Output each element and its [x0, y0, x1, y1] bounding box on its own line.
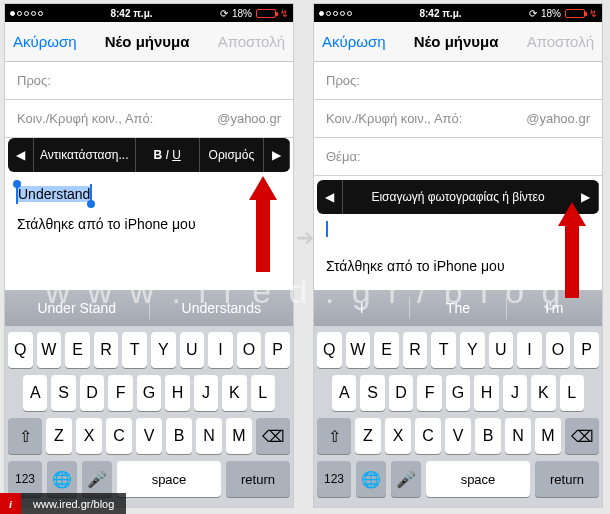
key-f[interactable]: F — [417, 375, 441, 411]
key-z[interactable]: Z — [355, 418, 381, 454]
key-b[interactable]: B — [475, 418, 501, 454]
annotation-arrow — [564, 202, 580, 298]
key-c[interactable]: C — [415, 418, 441, 454]
key-p[interactable]: P — [265, 332, 290, 368]
ctx-prev-button[interactable]: ◀ — [317, 180, 343, 214]
key-t[interactable]: T — [122, 332, 147, 368]
key-x[interactable]: X — [385, 418, 411, 454]
key-e[interactable]: E — [65, 332, 90, 368]
key-return[interactable]: return — [226, 461, 290, 497]
selection-handle-left[interactable] — [13, 180, 21, 188]
key-123[interactable]: 123 — [317, 461, 351, 497]
key-mic[interactable]: 🎤 — [391, 461, 421, 497]
nav-bar: Ακύρωση Νέο μήνυμα Αποστολή — [5, 22, 293, 62]
key-d[interactable]: D — [389, 375, 413, 411]
key-r[interactable]: R — [403, 332, 428, 368]
status-time: 8:42 π.μ. — [419, 8, 461, 19]
key-o[interactable]: O — [237, 332, 262, 368]
key-a[interactable]: A — [332, 375, 356, 411]
to-field[interactable]: Προς: — [314, 62, 602, 100]
send-button[interactable]: Αποστολή — [218, 33, 285, 50]
key-h[interactable]: H — [474, 375, 498, 411]
suggestion-1[interactable]: I — [314, 290, 409, 326]
key-shift[interactable]: ⇧ — [317, 418, 351, 454]
key-m[interactable]: M — [226, 418, 252, 454]
key-space[interactable]: space — [117, 461, 221, 497]
suggestion-1[interactable]: Under Stand — [5, 290, 149, 326]
key-q[interactable]: Q — [8, 332, 33, 368]
key-s[interactable]: S — [51, 375, 75, 411]
key-backspace[interactable]: ⌫ — [565, 418, 599, 454]
key-q[interactable]: Q — [317, 332, 342, 368]
cc-from-field[interactable]: Κοιν./Κρυφή κοιν., Από: @yahoo.gr — [314, 100, 602, 138]
key-j[interactable]: J — [194, 375, 218, 411]
cancel-button[interactable]: Ακύρωση — [322, 33, 386, 50]
status-bar: 8:42 π.μ. ⟳ 18% ↯ — [314, 4, 602, 22]
key-space[interactable]: space — [426, 461, 530, 497]
key-u[interactable]: U — [489, 332, 514, 368]
key-e[interactable]: E — [374, 332, 399, 368]
ctx-next-button[interactable]: ▶ — [264, 138, 290, 172]
subject-field[interactable]: Θέμα: — [314, 138, 602, 176]
status-bar: 8:42 π.μ. ⟳ 18% ↯ — [5, 4, 293, 22]
suggestion-3[interactable]: I'm — [507, 290, 602, 326]
key-v[interactable]: V — [445, 418, 471, 454]
key-x[interactable]: X — [76, 418, 102, 454]
key-d[interactable]: D — [80, 375, 104, 411]
key-n[interactable]: N — [505, 418, 531, 454]
key-c[interactable]: C — [106, 418, 132, 454]
suggestion-2[interactable]: Understands — [150, 290, 294, 326]
key-j[interactable]: J — [503, 375, 527, 411]
key-y[interactable]: Y — [460, 332, 485, 368]
send-button[interactable]: Αποστολή — [527, 33, 594, 50]
key-globe[interactable]: 🌐 — [356, 461, 386, 497]
key-p[interactable]: P — [574, 332, 599, 368]
ctx-format-button[interactable]: B I U — [136, 138, 200, 172]
key-i[interactable]: I — [208, 332, 233, 368]
ctx-replace-button[interactable]: Αντικατάσταση... — [34, 138, 136, 172]
key-n[interactable]: N — [196, 418, 222, 454]
key-shift[interactable]: ⇧ — [8, 418, 42, 454]
key-a[interactable]: A — [23, 375, 47, 411]
nav-title: Νέο μήνυμα — [414, 33, 499, 50]
key-k[interactable]: K — [531, 375, 555, 411]
key-t[interactable]: T — [431, 332, 456, 368]
key-backspace[interactable]: ⌫ — [256, 418, 290, 454]
key-z[interactable]: Z — [46, 418, 72, 454]
context-menu: ◀ Εισαγωγή φωτογραφίας ή βίντεο ▶ — [317, 180, 599, 214]
key-return[interactable]: return — [535, 461, 599, 497]
key-h[interactable]: H — [165, 375, 189, 411]
key-w[interactable]: W — [37, 332, 62, 368]
keyboard: QWERTYUIOP ASDFGHJKL ⇧ ZXCVBNM ⌫ 123 🌐 🎤… — [314, 326, 602, 507]
key-mic[interactable]: 🎤 — [82, 461, 112, 497]
key-v[interactable]: V — [136, 418, 162, 454]
key-f[interactable]: F — [108, 375, 132, 411]
key-b[interactable]: B — [166, 418, 192, 454]
kb-row-4: 123 🌐 🎤 space return — [8, 461, 290, 497]
key-w[interactable]: W — [346, 332, 371, 368]
key-y[interactable]: Y — [151, 332, 176, 368]
key-k[interactable]: K — [222, 375, 246, 411]
key-s[interactable]: S — [360, 375, 384, 411]
key-l[interactable]: L — [560, 375, 584, 411]
ctx-prev-button[interactable]: ◀ — [8, 138, 34, 172]
key-u[interactable]: U — [180, 332, 205, 368]
charging-icon: ↯ — [280, 8, 288, 19]
cancel-button[interactable]: Ακύρωση — [13, 33, 77, 50]
key-r[interactable]: R — [94, 332, 119, 368]
key-m[interactable]: M — [535, 418, 561, 454]
key-o[interactable]: O — [546, 332, 571, 368]
key-g[interactable]: G — [137, 375, 161, 411]
selected-text[interactable]: Understand — [17, 186, 91, 202]
suggestion-2[interactable]: The — [410, 290, 505, 326]
key-123[interactable]: 123 — [8, 461, 42, 497]
key-g[interactable]: G — [446, 375, 470, 411]
cc-from-field[interactable]: Κοιν./Κρυφή κοιν., Από: @yahoo.gr — [5, 100, 293, 138]
selection-handle-right[interactable] — [87, 200, 95, 208]
key-globe[interactable]: 🌐 — [47, 461, 77, 497]
key-l[interactable]: L — [251, 375, 275, 411]
battery-icon — [256, 9, 276, 18]
ctx-define-button[interactable]: Ορισμός — [200, 138, 264, 172]
key-i[interactable]: I — [517, 332, 542, 368]
to-field[interactable]: Προς: — [5, 62, 293, 100]
